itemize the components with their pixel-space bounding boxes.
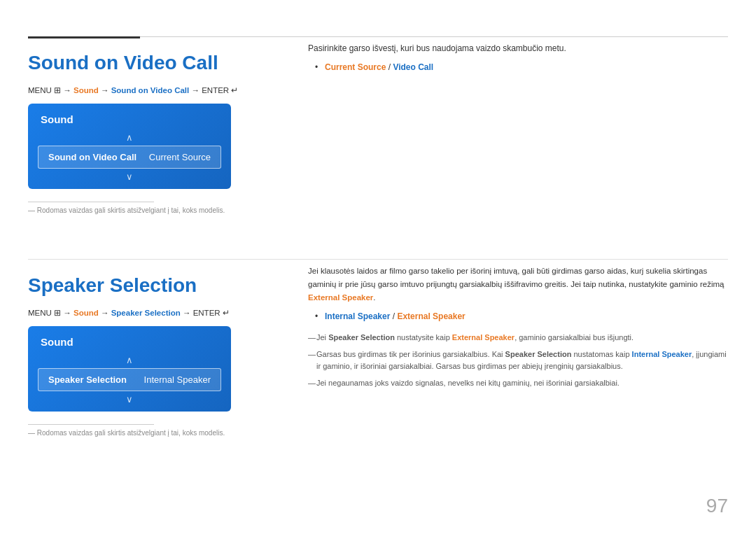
section2-tv-menu-row: Speaker Selection Internal Speaker xyxy=(38,368,221,391)
section2-note-1: Jei Speaker Selection nustatysite kaip E… xyxy=(308,332,728,344)
arrow2: → xyxy=(101,86,111,94)
section1-right-desc: Pasirinkite garso išvestį, kuri bus naud… xyxy=(308,42,728,55)
menu2-icon: ⊞ xyxy=(54,309,61,317)
footnote2-dash: ― xyxy=(28,429,37,437)
section1-bullet-item: Current Source / Video Call xyxy=(315,61,728,74)
section2-note-2: Garsas bus girdimas tik per išorinius ga… xyxy=(308,349,728,373)
section1-left: Sound on Video Call MENU ⊞ → Sound → Sou… xyxy=(28,42,287,214)
section1-menu-path: MENU ⊞ → Sound → Sound on Video Call → E… xyxy=(28,85,287,95)
section2-chevron-up: ∧ xyxy=(28,353,231,368)
section1-tv-menu-row-value: Current Source xyxy=(149,152,211,162)
section2-right-desc: Jei klausotės laidos ar filmo garso take… xyxy=(308,265,728,304)
section1-tv-menu-row: Sound on Video Call Current Source xyxy=(38,146,221,169)
current-source-link: Current Source xyxy=(325,62,386,72)
section-divider xyxy=(28,259,728,260)
external-speaker-ref: External Speaker xyxy=(308,293,373,302)
section1-footnote: ― Rodomas vaizdas gali skirtis atsižvelg… xyxy=(28,206,287,214)
enter2-icon: ↵ xyxy=(223,309,230,317)
menu2-path-speaker: Speaker Selection xyxy=(111,309,181,317)
section1-title: Sound on Video Call xyxy=(28,52,287,74)
arrow3: → xyxy=(191,86,202,94)
external-speaker-link: External Speaker xyxy=(397,311,465,321)
section2-right: Jei klausotės laidos ar filmo garso take… xyxy=(308,265,728,393)
section2-bullet-list: Internal Speaker / External Speaker xyxy=(308,310,728,323)
section2-tv-menu-row-value: Internal Speaker xyxy=(144,374,211,385)
menu-label: MENU xyxy=(28,86,54,94)
section1-chevron-up: ∧ xyxy=(28,131,231,146)
arrow4: → xyxy=(63,309,74,317)
section2-desc-text: Jei klausotės laidos ar filmo garso take… xyxy=(308,267,724,288)
menu-path-sovideo: Sound on Video Call xyxy=(111,86,190,94)
top-accent-line xyxy=(28,36,140,38)
footnote-dash: ― xyxy=(28,206,37,214)
video-call-link: Video Call xyxy=(393,62,433,72)
section1-tv-menu-row-label: Sound on Video Call xyxy=(48,152,136,162)
arrow1: → xyxy=(63,86,74,94)
section1-tv-menu: Sound ∧ Sound on Video Call Current Sour… xyxy=(28,104,231,189)
section2-title: Speaker Selection xyxy=(28,274,287,297)
menu2-path-sound: Sound xyxy=(74,309,99,317)
section1-right: Pasirinkite garso išvestį, kuri bus naud… xyxy=(308,42,728,83)
section1-tv-menu-header: Sound xyxy=(28,104,231,131)
section2-chevron-down: ∨ xyxy=(28,391,231,412)
section2-left: Speaker Selection MENU ⊞ → Sound → Speak… xyxy=(28,265,287,437)
footnote2-content: Rodomas vaizdas gali skirtis atsižvelgia… xyxy=(37,429,225,437)
menu-icon: ⊞ xyxy=(54,86,61,94)
section2-note-3: Jei negaunamas joks vaizdo signalas, nev… xyxy=(308,377,728,390)
menu2-label: MENU xyxy=(28,309,54,317)
section2-bullet-item: Internal Speaker / External Speaker xyxy=(315,310,728,323)
section2-tv-menu-row-label: Speaker Selection xyxy=(48,374,127,385)
internal-speaker-link: Internal Speaker xyxy=(325,311,390,321)
section2-tv-menu: Sound ∧ Speaker Selection Internal Speak… xyxy=(28,326,231,412)
section1-bullet-list: Current Source / Video Call xyxy=(308,61,728,74)
desc-period: . xyxy=(373,293,375,302)
menu-path-sound: Sound xyxy=(74,86,99,94)
page-number: 97 xyxy=(706,495,728,517)
section1-chevron-down: ∨ xyxy=(28,169,231,189)
menu-enter: ENTER xyxy=(202,86,231,94)
arrow6: → xyxy=(183,309,193,317)
section2-footnote: ― Rodomas vaizdas gali skirtis atsižvelg… xyxy=(28,429,287,437)
section2-tv-menu-header: Sound xyxy=(28,326,231,353)
section2-footnote-line xyxy=(28,424,154,425)
footnote-content: Rodomas vaizdas gali skirtis atsižvelgia… xyxy=(37,206,225,214)
enter-icon: ↵ xyxy=(231,86,238,94)
section2-menu-path: MENU ⊞ → Sound → Speaker Selection → ENT… xyxy=(28,308,287,318)
section1-footnote-line xyxy=(28,202,154,202)
arrow5: → xyxy=(101,309,111,317)
menu2-enter: ENTER xyxy=(193,309,223,317)
